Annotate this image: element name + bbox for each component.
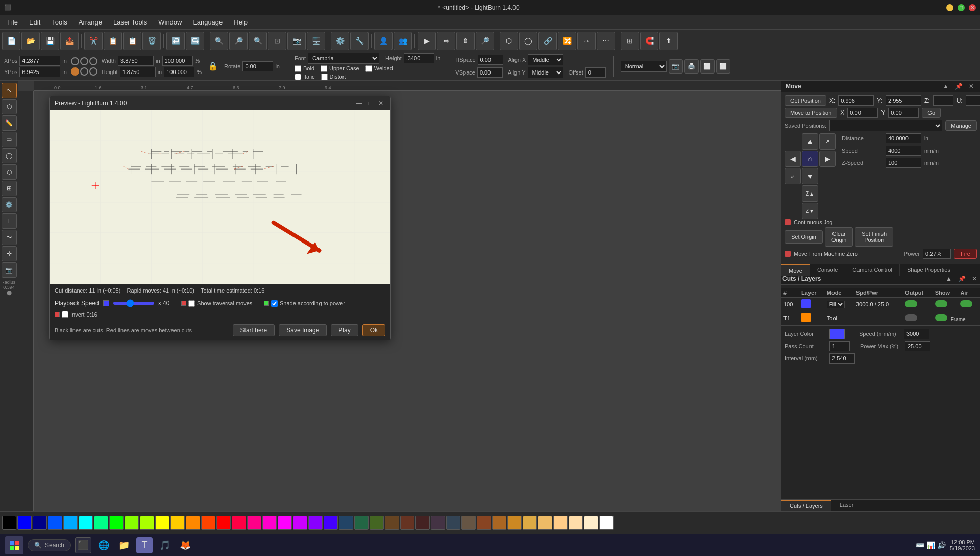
swatch-navy[interactable] bbox=[339, 516, 353, 530]
taskbar-lightburn[interactable]: ⬛ bbox=[75, 537, 91, 553]
pass-count-input[interactable] bbox=[829, 341, 850, 351]
swatch-peach[interactable] bbox=[553, 516, 568, 530]
set-finish-btn[interactable]: Set FinishPosition bbox=[855, 227, 893, 247]
height-field-input[interactable] bbox=[404, 53, 434, 63]
draw-tool[interactable]: ✏️ bbox=[2, 115, 17, 131]
layer-t1-color[interactable] bbox=[799, 311, 825, 325]
tb-up[interactable]: ⬆ bbox=[659, 32, 678, 50]
layer-100-output[interactable] bbox=[903, 298, 933, 311]
tb-undo[interactable]: ↩️ bbox=[166, 32, 185, 50]
y-value[interactable] bbox=[886, 95, 921, 106]
preview-titlebar[interactable]: Preview - LightBurn 1.4.00 — □ ✕ bbox=[50, 96, 390, 110]
swatch-cream[interactable] bbox=[584, 516, 598, 530]
menu-file[interactable]: File bbox=[2, 17, 23, 28]
tb-frame[interactable]: ⊡ bbox=[268, 32, 286, 50]
preview-close[interactable]: ✕ bbox=[376, 100, 385, 107]
move-panel-collapse[interactable]: ▲ bbox=[941, 83, 951, 90]
shade-check[interactable]: Shade according to power bbox=[264, 300, 345, 307]
tb-copy[interactable]: 📋 bbox=[104, 32, 122, 50]
swatch-maroon[interactable] bbox=[400, 516, 414, 530]
menu-arrange[interactable]: Arrange bbox=[74, 17, 107, 28]
move-to-pos-btn[interactable]: Move to Position bbox=[785, 108, 837, 118]
taskbar-teams[interactable]: T bbox=[136, 537, 153, 553]
play-btn[interactable]: Play bbox=[331, 324, 358, 336]
uppercase-check[interactable]: Upper Case bbox=[321, 65, 359, 72]
move-panel-pin[interactable]: 📌 bbox=[953, 83, 965, 90]
circle-tool[interactable]: ◯ bbox=[2, 148, 17, 163]
width-pct[interactable] bbox=[162, 56, 193, 66]
select-tool[interactable]: ↖ bbox=[2, 83, 17, 98]
tb-union[interactable]: ⬡ bbox=[500, 32, 518, 50]
bottom-tab-cuts[interactable]: Cuts / Layers bbox=[781, 500, 831, 511]
tb-link[interactable]: 🔗 bbox=[538, 32, 557, 50]
tb-snap[interactable]: 🧲 bbox=[640, 32, 658, 50]
move-x-input[interactable] bbox=[847, 108, 878, 118]
tb-camera[interactable]: 📷 bbox=[287, 32, 306, 50]
tb-tools2[interactable]: 🔧 bbox=[350, 32, 369, 50]
swatch-olive[interactable] bbox=[370, 516, 384, 530]
swatch-skyblue[interactable] bbox=[63, 516, 78, 530]
taskbar-files[interactable]: 📁 bbox=[116, 537, 132, 553]
swatch-rose[interactable] bbox=[247, 516, 261, 530]
jog-down[interactable]: ▼ bbox=[802, 168, 818, 184]
taskbar-search[interactable]: 🔍 Search bbox=[28, 539, 71, 551]
taskbar-browser[interactable]: 🌐 bbox=[95, 537, 112, 553]
tb-more[interactable]: ⋯ bbox=[597, 32, 615, 50]
font-select[interactable]: Cambria bbox=[308, 53, 379, 64]
node-edit-tool[interactable]: ⬡ bbox=[2, 99, 17, 114]
layer-100-show-toggle[interactable] bbox=[935, 300, 947, 307]
bottom-tab-laser[interactable]: Laser bbox=[831, 500, 863, 511]
tb-zoom-in[interactable]: 🔎 bbox=[229, 32, 248, 50]
z-value[interactable] bbox=[933, 95, 953, 106]
tab-console[interactable]: Console bbox=[810, 264, 845, 276]
layer-row-t1[interactable]: T1 Tool Frame bbox=[781, 311, 980, 325]
menu-window[interactable]: Window bbox=[153, 17, 187, 28]
interval-input[interactable] bbox=[829, 353, 855, 364]
tb-export[interactable]: 📤 bbox=[60, 32, 79, 50]
preview-maximize[interactable]: □ bbox=[366, 100, 374, 107]
offset-input[interactable] bbox=[585, 67, 606, 78]
italic-check[interactable]: Italic bbox=[295, 74, 315, 80]
distance-input[interactable] bbox=[886, 133, 921, 143]
rotate-input[interactable] bbox=[242, 61, 273, 71]
layer-100-air-toggle[interactable] bbox=[960, 300, 972, 307]
u-value[interactable] bbox=[966, 95, 980, 106]
cuts-pin-btn[interactable]: 📌 bbox=[956, 276, 968, 282]
swatch-cyan[interactable] bbox=[79, 516, 93, 530]
distort-check[interactable]: Distort bbox=[321, 74, 346, 80]
layer-t1-show-toggle[interactable] bbox=[935, 314, 947, 321]
power-input[interactable] bbox=[923, 249, 951, 259]
swatch-sand[interactable] bbox=[523, 516, 537, 530]
swatch-white[interactable] bbox=[599, 516, 614, 530]
aligny-select[interactable]: Middle bbox=[528, 67, 564, 78]
tb-settings[interactable]: ⚙️ bbox=[331, 32, 349, 50]
layer-100-air[interactable] bbox=[958, 298, 980, 311]
poly-tool[interactable]: ⬡ bbox=[2, 164, 17, 180]
tb-redo[interactable]: ↪️ bbox=[186, 32, 204, 50]
grid-tool[interactable]: ⊞ bbox=[2, 181, 17, 196]
invert-check[interactable]: Invert 0:16 bbox=[55, 311, 97, 318]
swatch-buff[interactable] bbox=[569, 516, 583, 530]
swatch-wheat[interactable] bbox=[538, 516, 552, 530]
tab-move[interactable]: Move bbox=[781, 264, 810, 276]
menu-help[interactable]: Help bbox=[229, 17, 253, 28]
jog-z-up[interactable]: Z▲ bbox=[802, 185, 818, 202]
vspace-input[interactable] bbox=[477, 67, 503, 78]
cuts-collapse-btn[interactable]: ▲ bbox=[944, 276, 954, 282]
swatch-darkred[interactable] bbox=[415, 516, 430, 530]
lock-icon[interactable]: 🔒 bbox=[206, 59, 220, 73]
close-btn[interactable]: ✕ bbox=[969, 4, 976, 11]
tb-save[interactable]: 💾 bbox=[41, 32, 59, 50]
gear-tool[interactable]: ⚙️ bbox=[2, 197, 17, 212]
tb-paste[interactable]: 📋 bbox=[123, 32, 141, 50]
tb-screen[interactable]: 🖥️ bbox=[307, 32, 325, 50]
swatch-green[interactable] bbox=[109, 516, 124, 530]
tb-shuffle[interactable]: 🔀 bbox=[558, 32, 576, 50]
maximize-btn[interactable]: □ bbox=[958, 4, 965, 11]
jog-home[interactable]: ⌂ bbox=[802, 151, 818, 167]
camera2-btn[interactable]: 📷 bbox=[669, 59, 683, 74]
go-btn[interactable]: Go bbox=[922, 108, 941, 118]
swatch-red-orange[interactable] bbox=[201, 516, 215, 530]
clear-origin-btn[interactable]: ClearOrigin bbox=[825, 227, 853, 247]
rect-tool[interactable]: ▭ bbox=[2, 132, 17, 147]
